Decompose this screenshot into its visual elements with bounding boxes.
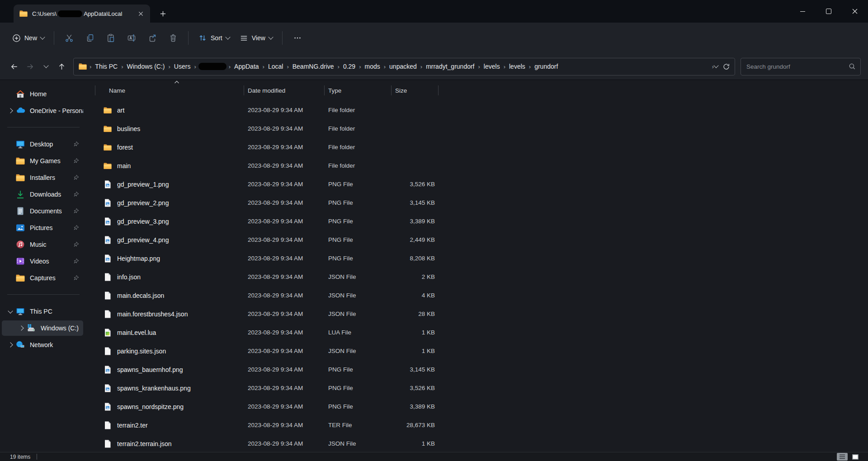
table-row[interactable]: info.json 2023-08-29 9:34 AM JSON File 2… <box>86 268 868 286</box>
refresh-icon[interactable] <box>722 63 730 71</box>
forward-button[interactable] <box>22 59 38 75</box>
expand-chevron[interactable] <box>5 343 15 347</box>
copy-button[interactable] <box>80 29 100 47</box>
breadcrumb-segment[interactable]: Local <box>265 61 286 72</box>
sort-button[interactable]: Sort <box>193 29 235 47</box>
table-row[interactable]: main 2023-08-29 9:34 AM File folder <box>86 156 868 175</box>
rename-button[interactable] <box>121 29 142 47</box>
sidebar-item[interactable]: Downloads <box>2 187 83 202</box>
more-options-button[interactable] <box>287 29 308 47</box>
minimize-button[interactable] <box>789 0 816 23</box>
expand-chevron[interactable] <box>5 176 15 179</box>
table-row[interactable]: art 2023-08-29 9:34 AM File folder <box>86 101 868 119</box>
breadcrumb-segment[interactable]: This PC <box>92 61 121 72</box>
expand-chevron[interactable] <box>16 326 26 330</box>
expand-chevron[interactable] <box>5 209 15 213</box>
expand-chevron[interactable] <box>5 226 15 230</box>
details-view-button[interactable] <box>837 453 848 461</box>
breadcrumb-segment[interactable]: grundorf <box>531 61 561 72</box>
delete-button[interactable] <box>163 29 184 47</box>
lua-file-icon <box>103 328 112 337</box>
column-header-size[interactable]: Size <box>392 85 439 95</box>
new-tab-button[interactable] <box>156 6 170 21</box>
file-type-icon <box>103 384 112 393</box>
back-button[interactable] <box>6 59 22 75</box>
breadcrumb-segment[interactable]: 0.29 <box>340 61 359 72</box>
maximize-button[interactable] <box>816 0 842 23</box>
sidebar-item[interactable] <box>7 294 80 295</box>
sidebar-item[interactable]: Music <box>2 237 83 252</box>
folder-icon <box>78 62 87 71</box>
table-row[interactable]: spawns_krankenhaus.png 2023-08-29 9:34 A… <box>86 379 868 397</box>
breadcrumb-segment[interactable]: unpacked <box>386 61 420 72</box>
breadcrumb-segment[interactable]: Windows (C:) <box>123 61 168 72</box>
sidebar-item[interactable]: Documents <box>2 203 83 219</box>
paste-button[interactable] <box>100 29 121 47</box>
thumbnails-view-button[interactable] <box>850 453 861 461</box>
expand-chevron[interactable] <box>5 193 15 196</box>
table-row[interactable]: parking.sites.json 2023-08-29 9:34 AM JS… <box>86 342 868 360</box>
breadcrumb-segment[interactable]: Users <box>171 61 194 72</box>
breadcrumb-segment[interactable]: mods <box>361 61 383 72</box>
breadcrumb-segment[interactable] <box>198 63 226 70</box>
sidebar-item[interactable]: OneDrive - Personal <box>2 103 83 118</box>
expand-chevron[interactable] <box>5 159 15 163</box>
sidebar-item[interactable]: Windows (C:) <box>2 320 83 336</box>
expand-chevron[interactable] <box>5 259 15 263</box>
sidebar-item[interactable]: Home <box>2 86 83 102</box>
sidebar-item[interactable]: Pictures <box>2 220 83 235</box>
new-button[interactable]: New <box>7 29 49 47</box>
address-box[interactable]: › This PC › Windows (C:) › Users › › App… <box>73 58 735 75</box>
table-row[interactable]: gd_preview_4.png 2023-08-29 9:34 AM PNG … <box>86 230 868 249</box>
sidebar-item[interactable]: Videos <box>2 254 83 269</box>
table-row[interactable]: gd_preview_2.png 2023-08-29 9:34 AM PNG … <box>86 193 868 212</box>
column-header-type[interactable]: Type <box>325 85 392 95</box>
sidebar-item[interactable] <box>7 127 80 127</box>
sidebar-item[interactable]: Installers <box>2 170 83 185</box>
table-row[interactable]: gd_preview_1.png 2023-08-29 9:34 AM PNG … <box>86 175 868 193</box>
table-row[interactable]: spawns_nordspitze.png 2023-08-29 9:34 AM… <box>86 397 868 416</box>
breadcrumb-segment[interactable]: levels <box>481 61 503 72</box>
expand-chevron[interactable] <box>5 310 15 313</box>
expand-chevron[interactable] <box>5 142 15 146</box>
videos-icon <box>15 256 25 266</box>
explorer-tab[interactable]: C:\Users\AppData\Local <box>14 5 150 23</box>
share-button[interactable] <box>142 29 163 47</box>
sidebar-item[interactable]: My Games <box>2 153 83 169</box>
column-header-name[interactable]: Name <box>95 85 244 95</box>
breadcrumb-segment[interactable]: levels <box>506 61 528 72</box>
tab-close-icon[interactable] <box>135 8 146 19</box>
search-input[interactable] <box>745 63 849 71</box>
table-row[interactable]: buslines 2023-08-29 9:34 AM File folder <box>86 119 868 138</box>
breadcrumb-segment[interactable]: AppData <box>231 61 262 72</box>
close-button[interactable] <box>842 0 868 23</box>
address-dropdown-icon[interactable] <box>713 63 718 68</box>
expand-chevron[interactable] <box>5 276 15 280</box>
sidebar-item[interactable]: Captures <box>2 270 83 286</box>
table-row[interactable]: terrain2.ter 2023-08-29 9:34 AM TER File… <box>86 416 868 434</box>
table-row[interactable]: mainLevel.lua 2023-08-29 9:34 AM LUA Fil… <box>86 323 868 342</box>
sidebar-item[interactable]: Desktop <box>2 136 83 152</box>
table-row[interactable]: terrain2.terrain.json 2023-08-29 9:34 AM… <box>86 434 868 452</box>
up-button[interactable] <box>54 59 70 75</box>
table-row[interactable]: gd_preview_3.png 2023-08-29 9:34 AM PNG … <box>86 212 868 230</box>
expand-chevron[interactable] <box>5 243 15 246</box>
table-row[interactable]: main.decals.json 2023-08-29 9:34 AM JSON… <box>86 286 868 305</box>
recent-locations-button[interactable] <box>38 59 54 75</box>
breadcrumb-segment[interactable]: BeamNG.drive <box>289 61 337 72</box>
sidebar-item[interactable]: This PC <box>2 304 83 319</box>
breadcrumb-chevron: › <box>193 63 196 70</box>
expand-chevron[interactable] <box>5 109 15 113</box>
table-row[interactable]: Heightmap.png 2023-08-29 9:34 AM PNG Fil… <box>86 249 868 268</box>
table-row[interactable]: spawns_bauernhof.png 2023-08-29 9:34 AM … <box>86 360 868 379</box>
expand-chevron[interactable] <box>5 92 15 96</box>
file-type-icon <box>103 143 112 152</box>
table-row[interactable]: main.forestbrushes4.json 2023-08-29 9:34… <box>86 305 868 323</box>
view-button[interactable]: View <box>235 29 278 47</box>
table-row[interactable]: forest 2023-08-29 9:34 AM File folder <box>86 138 868 156</box>
breadcrumb-chevron: › <box>262 63 265 70</box>
sidebar-item[interactable]: Network <box>2 337 83 353</box>
cut-button[interactable] <box>59 29 80 47</box>
column-header-date[interactable]: Date modified <box>244 85 325 95</box>
breadcrumb-segment[interactable]: mrradyt_grundorf <box>423 61 477 72</box>
